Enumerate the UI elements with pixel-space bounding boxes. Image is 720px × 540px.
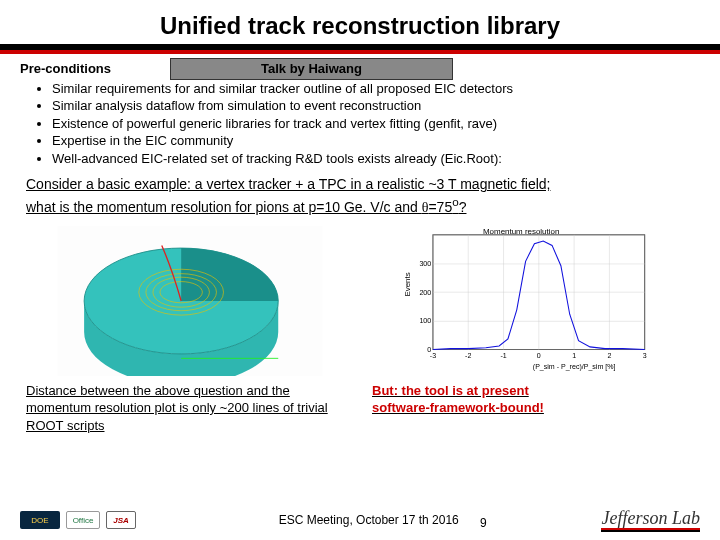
caption-right: But: the tool is at present software-fra… [372,382,694,435]
svg-text:200: 200 [419,289,431,296]
svg-text:2: 2 [607,352,611,359]
doe-logo: DOE [20,511,60,529]
question-line1: Consider a basic example: a vertex track… [26,176,550,192]
svg-text:-2: -2 [465,352,471,359]
office-logo: Office [66,511,100,529]
jlab-logo: Jefferson Lab [601,508,700,532]
page-number: 9 [480,516,487,530]
detector-figure [26,226,354,376]
svg-text:0: 0 [537,352,541,359]
example-question: Consider a basic example: a vertex track… [20,175,700,217]
footer-text: ESC Meeting, October 17 th 2016 [279,513,459,527]
list-item: Similar requirements for and similar tra… [52,80,700,98]
preconditions-label: Pre-conditions [20,61,111,76]
resolution-plot: Momentum resolution -3-2-1 012 3 (P_sim … [366,226,694,376]
svg-rect-6 [398,226,663,376]
list-item: Similar analysis dataflow from simulatio… [52,97,700,115]
svg-text:Momentum resolution: Momentum resolution [483,227,559,236]
svg-text:300: 300 [419,259,431,266]
svg-text:Events: Events [403,272,412,296]
list-item: Existence of powerful generic libraries … [52,115,700,133]
slide-title: Unified track reconstruction library [0,0,720,44]
svg-text:-3: -3 [430,352,436,359]
logo-group: DOE Office JSA [20,511,136,529]
svg-text:3: 3 [643,352,647,359]
svg-text:(P_sim - P_rec)/P_sim [%]: (P_sim - P_rec)/P_sim [%] [533,363,616,371]
list-item: Well-advanced EIC-related set of trackin… [52,150,700,168]
caption-right-a: But: the tool is at present [372,383,529,398]
svg-text:1: 1 [572,352,576,359]
question-line2c: ? [459,199,467,215]
divider [0,44,720,54]
caption-right-b: software-framework-bound! [372,400,544,415]
slide-footer: DOE Office JSA ESC Meeting, October 17 t… [0,508,720,532]
question-line2a: what is the momentum resolution for pion… [26,199,422,215]
svg-text:100: 100 [419,317,431,324]
svg-text:0: 0 [427,346,431,353]
bullet-list: Similar requirements for and similar tra… [20,80,700,168]
list-item: Expertise in the EIC community [52,132,700,150]
jsa-logo: JSA [106,511,136,529]
question-line2b: =75 [428,199,452,215]
talk-callout: Talk by Haiwang [170,58,453,80]
svg-text:-1: -1 [500,352,506,359]
caption-left: Distance between the above question and … [26,382,348,435]
